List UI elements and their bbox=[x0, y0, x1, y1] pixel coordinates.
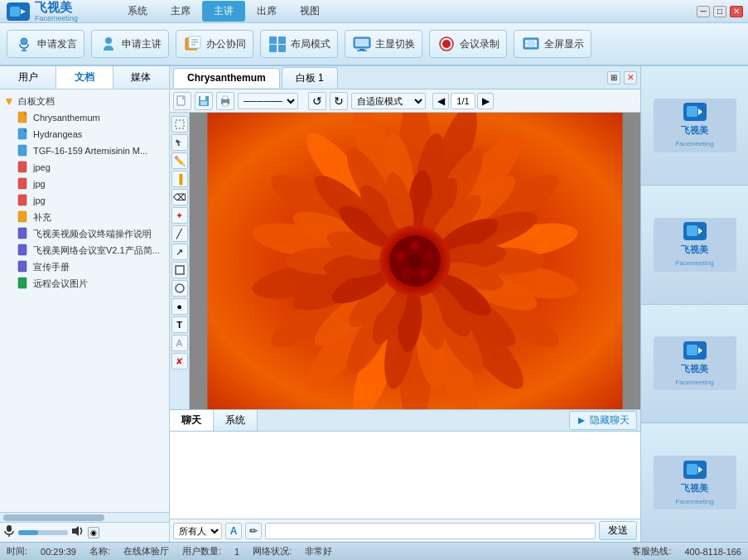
doc-tab-whiteboard[interactable]: 白板 1 bbox=[282, 67, 338, 89]
tab-system[interactable]: 系统 bbox=[214, 410, 258, 431]
print-button[interactable] bbox=[216, 92, 234, 110]
list-item[interactable]: Hydrangeas bbox=[13, 126, 169, 142]
chat-recipient-select[interactable]: 所有人 bbox=[173, 523, 222, 539]
video-placeholder-4: 飞视美 Facemeeting bbox=[654, 456, 736, 509]
new-doc-button[interactable] bbox=[173, 92, 191, 110]
users-label: 用户数量: bbox=[182, 545, 221, 558]
svg-rect-27 bbox=[18, 145, 27, 156]
brand-logo-2 bbox=[683, 222, 707, 240]
tab-media[interactable]: 媒体 bbox=[113, 66, 169, 89]
undo-button[interactable]: ↺ bbox=[308, 92, 326, 110]
tab-users[interactable]: 用户 bbox=[0, 66, 56, 89]
fullscreen-button[interactable]: 全屏显示 bbox=[514, 30, 591, 58]
svg-rect-45 bbox=[223, 96, 228, 99]
list-item[interactable]: 宣传手册 bbox=[13, 258, 169, 275]
list-item[interactable]: Chrysanthemum bbox=[13, 109, 169, 126]
rect-tool[interactable] bbox=[171, 262, 188, 278]
file-icon bbox=[17, 111, 30, 124]
svg-marker-120 bbox=[698, 347, 702, 354]
redo-button[interactable]: ↻ bbox=[330, 92, 348, 110]
menu-chair[interactable]: 主席 bbox=[159, 1, 202, 22]
laser-tool[interactable]: ✦ bbox=[171, 207, 188, 224]
svg-point-2 bbox=[21, 38, 27, 45]
menu-view[interactable]: 视图 bbox=[288, 1, 331, 22]
list-item[interactable]: 飞视美网络会议室V2.1产品简... bbox=[13, 242, 169, 258]
file-label: jpg bbox=[33, 196, 46, 205]
pointer-tool[interactable] bbox=[171, 134, 188, 151]
menu-presenter[interactable]: 主讲 bbox=[202, 1, 245, 22]
minimize-button[interactable]: ─ bbox=[697, 6, 710, 17]
chat-pen-btn[interactable]: ✏ bbox=[245, 523, 262, 539]
line-style-select[interactable]: ────── - - - - bbox=[238, 93, 298, 109]
mic-button[interactable] bbox=[3, 524, 15, 540]
text-tool-2[interactable]: A bbox=[171, 335, 188, 351]
sidebar-scrollbar bbox=[0, 512, 169, 522]
file-label: Hydrangeas bbox=[33, 129, 82, 139]
folder-icon: ▼ bbox=[3, 94, 15, 108]
hide-chat-button[interactable]: 隐藏聊天 bbox=[569, 411, 637, 430]
brand-text-2: 飞视美 bbox=[681, 244, 708, 256]
circle-tool[interactable]: ● bbox=[171, 298, 188, 315]
select-tool[interactable] bbox=[171, 116, 188, 133]
chat-send-button[interactable]: 发送 bbox=[599, 521, 637, 540]
doc-tab-chrysanthemum[interactable]: Chrysanthemum bbox=[173, 68, 280, 88]
text-tool[interactable]: T bbox=[171, 316, 188, 333]
highlight-tool[interactable]: ▐ bbox=[171, 171, 188, 187]
file-label: 飞视美网络会议室V2.1产品简... bbox=[33, 244, 160, 257]
svg-rect-49 bbox=[176, 266, 184, 274]
file-label: 飞视美视频会议终端操作说明 bbox=[33, 228, 152, 240]
brand-logo-1 bbox=[683, 103, 707, 121]
sidebar: 用户 文档 媒体 ▼ 白板文档 Chrysanthemum bbox=[0, 66, 170, 542]
menu-system[interactable]: 系统 bbox=[116, 1, 159, 22]
fit-mode-select[interactable]: 自适应模式 bbox=[351, 93, 426, 109]
request-present-button[interactable]: 申请主讲 bbox=[91, 30, 169, 58]
tree-root[interactable]: ▼ 白板文档 bbox=[0, 93, 169, 109]
record-button[interactable]: 会议录制 bbox=[429, 30, 507, 58]
next-page-button[interactable]: ▶ bbox=[477, 93, 494, 109]
close-button[interactable]: ✕ bbox=[730, 6, 743, 17]
svg-point-109 bbox=[425, 252, 433, 260]
list-item[interactable]: jpeg bbox=[13, 159, 169, 176]
speaker-button[interactable]: ◉ bbox=[88, 527, 99, 538]
logo-sub-text: Facemeeting bbox=[35, 14, 78, 22]
request-speak-button[interactable]: 申请发言 bbox=[7, 30, 84, 58]
list-item[interactable]: 远程会议图片 bbox=[13, 275, 169, 292]
brand-text-4: 飞视美 bbox=[681, 482, 708, 495]
arrow-tool[interactable]: ↗ bbox=[171, 244, 188, 260]
maximize-button[interactable]: □ bbox=[713, 6, 726, 17]
list-item[interactable]: TGF-16-159 Artemisinin M... bbox=[13, 142, 169, 159]
page-input[interactable] bbox=[451, 93, 475, 109]
menu-attend[interactable]: 出席 bbox=[245, 1, 288, 22]
pen-tool[interactable]: ✏️ bbox=[171, 152, 188, 169]
volume-slider[interactable] bbox=[18, 530, 68, 535]
office-collab-button[interactable]: 办公协同 bbox=[176, 30, 253, 58]
tab-chat[interactable]: 聊天 bbox=[170, 410, 214, 431]
prev-page-button[interactable]: ◀ bbox=[432, 93, 449, 109]
list-item[interactable]: 补充 bbox=[13, 209, 169, 225]
svg-point-5 bbox=[105, 37, 112, 44]
list-item[interactable]: jpg bbox=[13, 176, 169, 192]
list-item[interactable]: 飞视美视频会议终端操作说明 bbox=[13, 225, 169, 242]
doc-close-button[interactable]: ✕ bbox=[624, 71, 637, 84]
svg-point-113 bbox=[408, 254, 422, 268]
chat-messages bbox=[170, 432, 640, 519]
svg-point-20 bbox=[442, 40, 451, 48]
video-placeholder-2: 飞视美 Facemeeting bbox=[654, 218, 736, 272]
speaker-icon bbox=[71, 525, 84, 539]
tab-documents[interactable]: 文档 bbox=[56, 66, 113, 89]
save-button[interactable] bbox=[195, 92, 213, 110]
eraser-tool[interactable]: ⌫ bbox=[171, 189, 188, 205]
display-switch-button[interactable]: 主显切换 bbox=[345, 30, 422, 58]
doc-tab-controls: ⊞ ✕ bbox=[607, 71, 637, 84]
line-tool[interactable]: ╱ bbox=[171, 225, 188, 242]
stamp-tool[interactable]: ✘ bbox=[171, 353, 188, 369]
chat-text-input[interactable] bbox=[265, 523, 596, 539]
svg-rect-35 bbox=[18, 278, 27, 288]
svg-rect-11 bbox=[269, 36, 277, 44]
ellipse-tool[interactable] bbox=[171, 280, 188, 297]
list-item[interactable]: jpg bbox=[13, 192, 169, 209]
chat-format-btn-1[interactable]: A bbox=[225, 523, 242, 539]
office-icon bbox=[183, 34, 203, 54]
layout-mode-button[interactable]: 布局模式 bbox=[260, 30, 338, 58]
doc-restore-button[interactable]: ⊞ bbox=[607, 71, 620, 84]
